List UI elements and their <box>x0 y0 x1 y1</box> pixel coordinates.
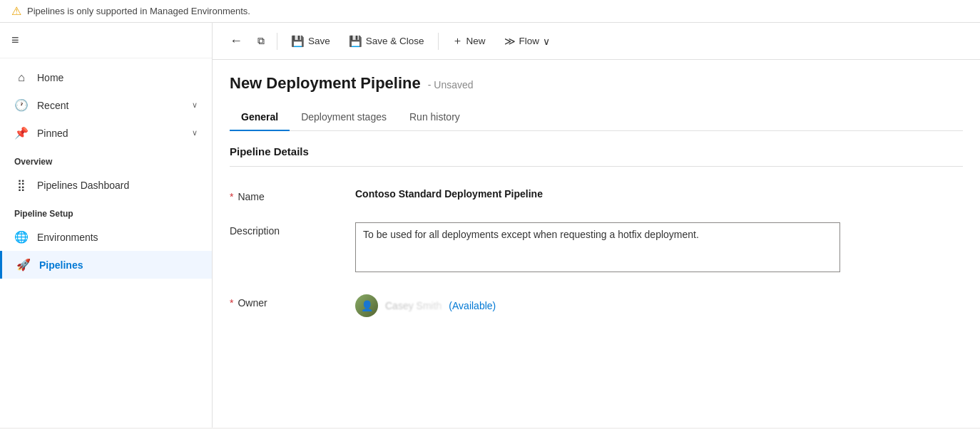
sidebar-item-label: Home <box>37 72 63 83</box>
warning-icon: ⚠ <box>11 4 21 18</box>
avatar: 👤 <box>355 294 378 317</box>
description-textarea-wrapper: To be used for all deployments except wh… <box>355 222 963 274</box>
owner-value: 👤 Casey Smith (Available) <box>355 294 496 317</box>
flow-chevron-icon: ∨ <box>543 36 550 47</box>
page-title-row: New Deployment Pipeline - Unsaved <box>230 74 963 93</box>
save-icon: 💾 <box>291 35 305 48</box>
sidebar-item-label: Recent <box>37 100 68 111</box>
sidebar-item-pinned[interactable]: 📌 Pinned ∨ <box>0 119 212 147</box>
main-content: ← ⧉ 💾 Save 💾 Save & Close ＋ New ≫ Flow ∨ <box>213 23 980 428</box>
required-indicator-owner: * <box>230 297 233 309</box>
description-label: Description <box>230 222 344 237</box>
name-value: Contoso Standard Deployment Pipeline <box>355 188 963 200</box>
page-content: New Deployment Pipeline - Unsaved Genera… <box>213 60 980 428</box>
sidebar-item-recent[interactable]: 🕐 Recent ∨ <box>0 91 212 119</box>
sidebar-nav: ⌂ Home 🕐 Recent ∨ 📌 Pinned ∨ Overview ⣿ … <box>0 58 212 428</box>
tab-deployment-stages[interactable]: Deployment stages <box>290 104 398 131</box>
flow-icon: ≫ <box>504 35 516 48</box>
page-title: New Deployment Pipeline <box>230 74 421 93</box>
sidebar-item-home[interactable]: ⌂ Home <box>0 64 212 91</box>
sidebar-item-environments[interactable]: 🌐 Environments <box>0 223 212 251</box>
toolbar: ← ⧉ 💾 Save 💾 Save & Close ＋ New ≫ Flow ∨ <box>213 23 980 60</box>
new-label: New <box>466 36 486 46</box>
tabs: General Deployment stages Run history <box>230 104 963 131</box>
sidebar: ≡ ⌂ Home 🕐 Recent ∨ 📌 Pinned ∨ Overview … <box>0 23 213 428</box>
owner-field-row: *Owner 👤 Casey Smith (Available) <box>230 284 963 327</box>
sidebar-header: ≡ <box>0 23 212 58</box>
tab-run-history[interactable]: Run history <box>398 104 471 131</box>
toolbar-separator-2 <box>438 33 439 50</box>
save-close-icon: 💾 <box>349 35 362 48</box>
sidebar-item-label: Pinned <box>37 128 68 139</box>
sidebar-item-pipelines-dashboard[interactable]: ⣿ Pipelines Dashboard <box>0 171 212 199</box>
description-field-row: Description To be used for all deploymen… <box>230 212 963 284</box>
globe-icon: 🌐 <box>14 230 29 244</box>
form-section-title: Pipeline Details <box>230 145 963 167</box>
chevron-down-icon: ∨ <box>192 100 198 110</box>
required-indicator: * <box>230 191 233 202</box>
name-field-row: *Name Contoso Standard Deployment Pipeli… <box>230 178 963 212</box>
name-label: *Name <box>230 188 344 202</box>
owner-status: (Available) <box>449 300 496 311</box>
section-overview-header: Overview <box>0 147 212 171</box>
sidebar-item-label: Environments <box>37 232 98 243</box>
expand-button[interactable]: ⧉ <box>251 31 271 51</box>
save-label: Save <box>308 36 330 46</box>
dashboard-icon: ⣿ <box>14 178 29 192</box>
save-button[interactable]: 💾 Save <box>283 30 338 53</box>
pin-icon: 📌 <box>14 126 29 140</box>
flow-label: Flow <box>519 36 540 46</box>
tab-general[interactable]: General <box>230 104 290 131</box>
save-close-label: Save & Close <box>366 36 424 46</box>
chevron-down-icon: ∨ <box>192 128 198 138</box>
section-pipeline-setup-header: Pipeline Setup <box>0 199 212 223</box>
page-subtitle: - Unsaved <box>428 79 474 91</box>
form-section: Pipeline Details *Name Contoso Standard … <box>230 131 963 341</box>
owner-name: Casey Smith <box>385 300 441 311</box>
plus-icon: ＋ <box>452 34 463 48</box>
owner-label: *Owner <box>230 294 344 309</box>
home-icon: ⌂ <box>14 71 29 84</box>
sidebar-item-label: Pipelines <box>39 259 83 271</box>
rocket-icon: 🚀 <box>16 258 31 272</box>
banner-text: Pipelines is only supported in Managed E… <box>27 6 250 16</box>
back-button[interactable]: ← <box>224 31 248 51</box>
recent-icon: 🕐 <box>14 98 29 112</box>
sidebar-item-pipelines[interactable]: 🚀 Pipelines <box>0 251 212 279</box>
description-input[interactable]: To be used for all deployments except wh… <box>355 222 840 272</box>
sidebar-item-label: Pipelines Dashboard <box>37 180 129 191</box>
flow-button[interactable]: ≫ Flow ∨ <box>496 30 558 53</box>
new-button[interactable]: ＋ New <box>444 29 494 53</box>
hamburger-menu[interactable]: ≡ <box>11 33 19 47</box>
top-banner: ⚠ Pipelines is only supported in Managed… <box>0 0 980 23</box>
save-close-button[interactable]: 💾 Save & Close <box>341 30 432 53</box>
toolbar-separator <box>277 33 277 50</box>
